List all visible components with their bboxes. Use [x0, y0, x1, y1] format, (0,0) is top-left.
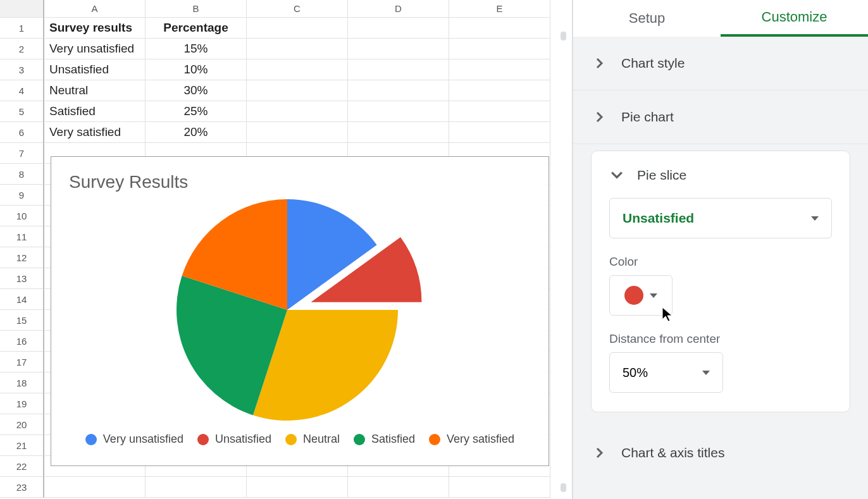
cell[interactable]	[247, 122, 348, 143]
cell[interactable]: Neutral	[44, 80, 146, 101]
slice-select[interactable]: Unsatisfied	[609, 198, 832, 238]
cell[interactable]	[449, 101, 550, 122]
corner-cell[interactable]	[0, 0, 44, 18]
row-header[interactable]: 2	[0, 39, 44, 59]
cell[interactable]: 25%	[146, 101, 247, 122]
cell[interactable]	[449, 59, 550, 80]
section-title: Chart & axis titles	[621, 445, 724, 460]
row-header[interactable]: 6	[0, 122, 44, 143]
legend-item[interactable]: Unsatisfied	[197, 433, 271, 446]
row-header[interactable]: 9	[0, 185, 44, 206]
chart-editor-sidebar: Setup Customize Chart style Pie chart Pi…	[573, 0, 868, 499]
cell[interactable]: Percentage	[146, 18, 247, 39]
row-header[interactable]: 4	[0, 80, 44, 101]
cell[interactable]	[44, 477, 146, 498]
legend-label: Neutral	[303, 433, 340, 446]
cell[interactable]	[348, 477, 449, 498]
cell[interactable]	[449, 477, 550, 498]
cell[interactable]: Very satisfied	[44, 122, 146, 143]
chevron-right-icon	[592, 109, 607, 125]
chevron-down-icon	[609, 168, 624, 183]
row-header[interactable]: 10	[0, 206, 44, 226]
cell[interactable]	[348, 80, 449, 101]
cell[interactable]	[348, 39, 449, 59]
color-swatch	[624, 286, 643, 305]
cell[interactable]: 15%	[146, 39, 247, 59]
column-header[interactable]: E	[449, 0, 550, 18]
cell[interactable]	[449, 18, 550, 39]
tab-setup[interactable]: Setup	[573, 0, 721, 37]
cell[interactable]	[348, 101, 449, 122]
row-header[interactable]: 23	[0, 477, 44, 498]
legend-item[interactable]: Very satisfied	[429, 433, 514, 446]
cell[interactable]: 10%	[146, 59, 247, 80]
spreadsheet-area: ABCDE 1Survey resultsPercentage2Very uns…	[0, 0, 573, 499]
legend-item[interactable]: Very unsatisfied	[85, 433, 183, 446]
row-header[interactable]: 17	[0, 352, 44, 373]
legend-swatch	[197, 434, 209, 445]
section-pie-slice-header[interactable]: Pie slice	[609, 166, 832, 198]
cell[interactable]	[449, 39, 550, 59]
cell[interactable]	[146, 477, 247, 498]
tab-customize[interactable]: Customize	[721, 0, 868, 37]
cell[interactable]	[247, 59, 348, 80]
legend-label: Unsatisfied	[215, 433, 271, 446]
cell[interactable]	[449, 122, 550, 143]
legend-label: Very satisfied	[447, 433, 514, 446]
row-header[interactable]: 11	[0, 226, 44, 247]
row-header[interactable]: 21	[0, 435, 44, 456]
row-header[interactable]: 1	[0, 18, 44, 39]
chevron-right-icon	[592, 445, 607, 460]
row: 6Very satisfied20%	[0, 122, 572, 143]
cell[interactable]: Unsatisfied	[44, 59, 146, 80]
pie-chart	[51, 192, 549, 424]
cell[interactable]: 30%	[146, 80, 247, 101]
color-picker[interactable]	[609, 275, 673, 316]
row-header[interactable]: 7	[0, 143, 44, 164]
row-header[interactable]: 18	[0, 373, 44, 393]
distance-value: 50%	[623, 366, 648, 380]
cell[interactable]	[247, 101, 348, 122]
row-header[interactable]: 20	[0, 414, 44, 435]
section-chart-axis-titles[interactable]: Chart & axis titles	[573, 426, 868, 479]
cell[interactable]: 20%	[146, 122, 247, 143]
column-header[interactable]: C	[247, 0, 348, 18]
cell[interactable]	[449, 80, 550, 101]
dropdown-icon	[650, 293, 657, 298]
legend-label: Satisfied	[371, 433, 415, 446]
column-header[interactable]: D	[348, 0, 449, 18]
row-header[interactable]: 15	[0, 310, 44, 331]
row-header[interactable]: 3	[0, 59, 44, 80]
cell[interactable]	[247, 477, 348, 498]
legend-item[interactable]: Neutral	[285, 433, 340, 446]
legend-swatch	[354, 434, 365, 445]
chart[interactable]: Survey Results Very unsatisfiedUnsatisfi…	[51, 156, 549, 466]
cell[interactable]	[348, 59, 449, 80]
cell[interactable]	[348, 122, 449, 143]
section-pie-chart[interactable]: Pie chart	[573, 90, 868, 144]
chart-title: Survey Results	[51, 157, 549, 192]
row-header[interactable]: 8	[0, 164, 44, 185]
dropdown-icon	[702, 371, 710, 375]
row-header[interactable]: 19	[0, 393, 44, 414]
cell[interactable]	[247, 18, 348, 39]
column-header[interactable]: B	[146, 0, 247, 18]
row-header[interactable]: 5	[0, 101, 44, 122]
section-chart-style[interactable]: Chart style	[573, 37, 868, 90]
row-header[interactable]: 12	[0, 247, 44, 268]
row-header[interactable]: 13	[0, 268, 44, 289]
slice-select-value: Unsatisfied	[623, 211, 694, 226]
legend-swatch	[85, 434, 97, 445]
cell[interactable]	[247, 80, 348, 101]
column-header[interactable]: A	[44, 0, 146, 18]
cell[interactable]: Very unsatisfied	[44, 39, 146, 59]
cell[interactable]	[348, 18, 449, 39]
cell[interactable]: Survey results	[44, 18, 146, 39]
legend-item[interactable]: Satisfied	[354, 433, 415, 446]
cell[interactable]: Satisfied	[44, 101, 146, 122]
row-header[interactable]: 22	[0, 456, 44, 477]
cell[interactable]	[247, 39, 348, 59]
row-header[interactable]: 14	[0, 289, 44, 310]
row-header[interactable]: 16	[0, 331, 44, 352]
distance-select[interactable]: 50%	[609, 352, 723, 393]
